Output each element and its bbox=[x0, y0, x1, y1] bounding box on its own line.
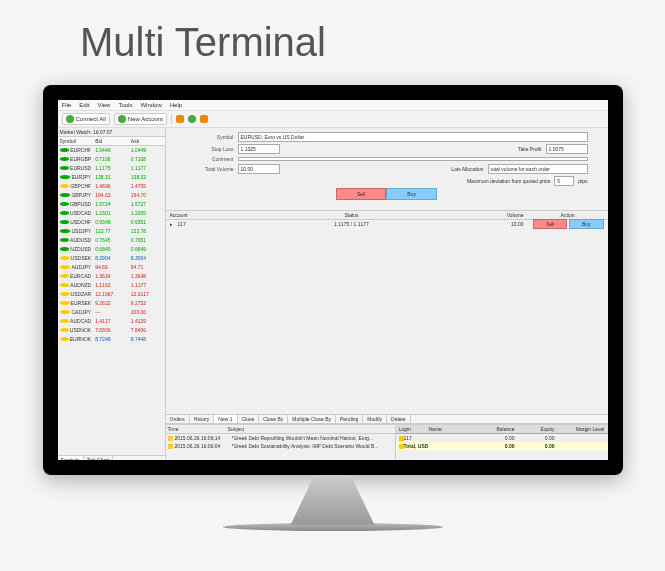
menu-window[interactable]: Window bbox=[140, 102, 161, 108]
symbol-select[interactable]: EURUSD, Euro vs US Dollar bbox=[238, 132, 588, 142]
menu-tools[interactable]: Tools bbox=[118, 102, 132, 108]
alloc-label: Lots Allocation bbox=[451, 166, 483, 172]
account-row[interactable]: 117 0.00 0.00 bbox=[396, 434, 608, 442]
news-item[interactable]: 2015.06.26 16:06:14*Greek Debt Reprofili… bbox=[166, 434, 395, 442]
tool-icon-1[interactable] bbox=[176, 115, 184, 123]
position-row[interactable]: ▸ 117 1.1175 / 1.1177 10.00 Sell Buy bbox=[166, 220, 608, 228]
right-panel: Symbol EURUSD, Euro vs US Dollar Stop Lo… bbox=[166, 128, 608, 460]
watch-row[interactable]: USDJPY123.77123.78 bbox=[58, 227, 165, 236]
tool-icon-2[interactable] bbox=[188, 115, 196, 123]
menu-file[interactable]: File bbox=[62, 102, 72, 108]
watch-row[interactable]: USDZAR12.196712.2117 bbox=[58, 290, 165, 299]
watch-row[interactable]: EURJPY138.31138.32 bbox=[58, 173, 165, 182]
watch-row[interactable]: EURUSD1.11751.1177 bbox=[58, 164, 165, 173]
connect-all-button[interactable]: Connect All bbox=[62, 113, 110, 125]
comment-label: Comment bbox=[186, 156, 234, 162]
watch-columns: SymbolBidAsk bbox=[58, 137, 165, 146]
tool-icon-3[interactable] bbox=[200, 115, 208, 123]
market-watch-panel: Market Watch: 16:07:07 SymbolBidAsk EURC… bbox=[58, 128, 166, 460]
account-icon bbox=[118, 115, 126, 123]
tab-symbols[interactable]: Symbols bbox=[58, 456, 84, 460]
new-account-button[interactable]: New Account bbox=[114, 113, 167, 125]
toolbar: Connect All New Account bbox=[58, 111, 608, 128]
news-item[interactable]: 2015.06.26 16:06:04*Greek Debt Sustainab… bbox=[166, 442, 395, 450]
watch-row[interactable]: CADJPY---100.06 bbox=[58, 308, 165, 317]
tab-close-by[interactable]: Close By bbox=[259, 415, 288, 423]
watch-row[interactable]: EURSEK9.26329.2752 bbox=[58, 299, 165, 308]
watch-row[interactable]: GBPCHF1.46961.4705 bbox=[58, 182, 165, 191]
watch-row[interactable]: AUDNZD1.11631.1177 bbox=[58, 281, 165, 290]
watch-row[interactable]: GBPUSD1.57241.5727 bbox=[58, 200, 165, 209]
comment-input[interactable] bbox=[238, 157, 588, 161]
menu-edit[interactable]: Edit bbox=[79, 102, 89, 108]
tab-orders[interactable]: Orders bbox=[166, 415, 190, 423]
buy-button[interactable]: Buy bbox=[386, 188, 437, 200]
positions-table: Account Status Volume Action ▸ 117 1.117… bbox=[166, 210, 608, 228]
watch-row[interactable]: AUDUSD0.76450.7651 bbox=[58, 236, 165, 245]
account-total-row: Total, USD 0.00 0.00 bbox=[396, 442, 608, 450]
watch-row[interactable]: EURCAD1.36341.3648 bbox=[58, 272, 165, 281]
tab-close[interactable]: Close bbox=[238, 415, 260, 423]
accounts-panel: Login Name Balance Equity Margin Level 1… bbox=[396, 425, 608, 460]
watch-row[interactable]: NZDUSD0.68450.6849 bbox=[58, 245, 165, 254]
watch-list[interactable]: EURCHF1.04461.0449EURGBP0.71060.7108EURU… bbox=[58, 146, 165, 455]
watch-row[interactable]: USDCAD1.23011.2305 bbox=[58, 209, 165, 218]
connect-icon bbox=[66, 115, 74, 123]
watch-row[interactable]: EURGBP0.71060.7108 bbox=[58, 155, 165, 164]
watch-row[interactable]: GBPJPY194.63194.70 bbox=[58, 191, 165, 200]
vol-label: Total Volume bbox=[186, 166, 234, 172]
deviation-label: Maximum deviation from quoted price bbox=[467, 178, 550, 184]
news-icon bbox=[168, 436, 173, 441]
tab-modify[interactable]: Modify bbox=[363, 415, 387, 423]
market-watch-title: Market Watch: 16:07:07 bbox=[58, 128, 165, 137]
watch-row[interactable]: AUDCAD1.41171.4129 bbox=[58, 317, 165, 326]
watch-row[interactable]: AUDJPY94.6694.71 bbox=[58, 263, 165, 272]
volume-input[interactable]: 10.00 bbox=[238, 164, 280, 174]
tab-delete[interactable]: Delete bbox=[387, 415, 410, 423]
sell-button[interactable]: Sell bbox=[336, 188, 386, 200]
tab-history[interactable]: History bbox=[190, 415, 215, 423]
tab-new[interactable]: New 1 bbox=[214, 415, 237, 423]
app-window: File Edit View Tools Window Help Connect… bbox=[58, 100, 608, 460]
sl-label: Stop Loss bbox=[186, 146, 234, 152]
deviation-unit: pips bbox=[578, 178, 587, 184]
menu-view[interactable]: View bbox=[98, 102, 111, 108]
deviation-input[interactable]: 5 bbox=[554, 176, 574, 186]
tp-label: Take Profit bbox=[518, 146, 542, 152]
menubar: File Edit View Tools Window Help bbox=[58, 100, 608, 111]
row-sell-button[interactable]: Sell bbox=[533, 219, 567, 229]
monitor-mockup: File Edit View Tools Window Help Connect… bbox=[0, 85, 665, 475]
watch-row[interactable]: EURNOK8.72488.7448 bbox=[58, 335, 165, 344]
take-profit-input[interactable]: 1.0075 bbox=[546, 144, 588, 154]
watch-row[interactable]: USDSEK8.29048.3004 bbox=[58, 254, 165, 263]
row-buy-button[interactable]: Buy bbox=[569, 219, 604, 229]
watch-row[interactable]: USDCHF0.93480.9351 bbox=[58, 218, 165, 227]
watch-tabs: Symbols Tick Chart bbox=[58, 455, 165, 460]
news-panel: Time Subject 2015.06.26 16:06:14*Greek D… bbox=[166, 425, 396, 460]
news-icon bbox=[168, 444, 173, 449]
watch-row[interactable]: USDNOK7.83067.8406 bbox=[58, 326, 165, 335]
menu-help[interactable]: Help bbox=[170, 102, 182, 108]
stop-loss-input[interactable]: 1.1325 bbox=[238, 144, 280, 154]
watch-row[interactable]: EURCHF1.04461.0449 bbox=[58, 146, 165, 155]
order-form: Symbol EURUSD, Euro vs US Dollar Stop Lo… bbox=[166, 128, 608, 206]
tab-multiple-close-by[interactable]: Multiple Close By bbox=[288, 415, 336, 423]
terminal-tabs: Orders History New 1 Close Close By Mult… bbox=[166, 414, 608, 424]
tab-tick-chart[interactable]: Tick Chart bbox=[84, 456, 114, 460]
hero-title: Multi Terminal bbox=[0, 0, 665, 85]
tab-pending[interactable]: Pending bbox=[336, 415, 363, 423]
symbol-label: Symbol bbox=[186, 134, 234, 140]
lots-allocation-select[interactable]: total volume for each order bbox=[488, 164, 588, 174]
